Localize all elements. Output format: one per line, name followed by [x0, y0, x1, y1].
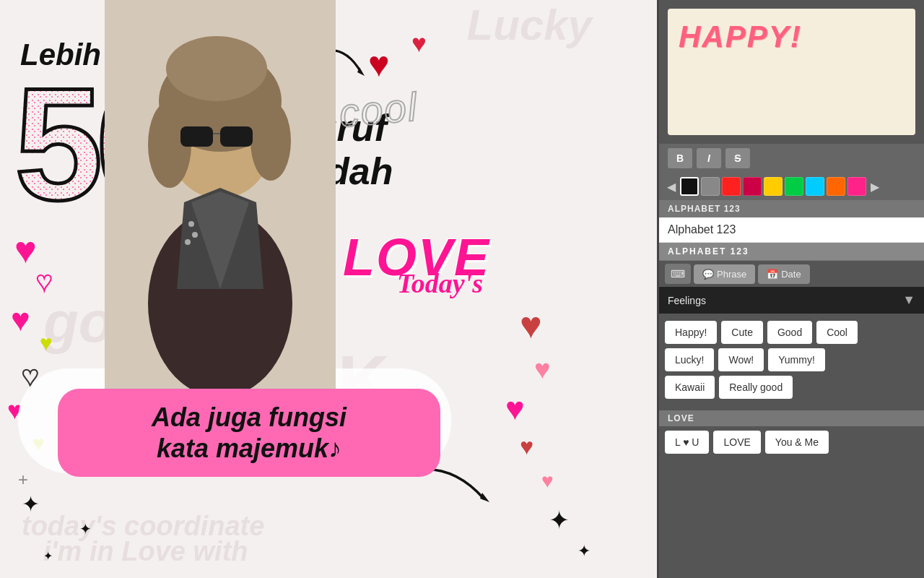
phrase-yummy-btn[interactable]: Yummy!: [768, 348, 825, 371]
main-container: Lucky good today's coordinate i'm in Lov…: [0, 0, 924, 578]
heart-right-5: ♥: [541, 470, 554, 493]
heart-right-1: ♥: [520, 303, 542, 347]
svg-rect-11: [220, 126, 253, 147]
svg-rect-10: [180, 126, 213, 147]
color-swatch-black[interactable]: [680, 177, 699, 196]
todays-text: Today's: [397, 267, 483, 299]
sparkle-6: ✦: [43, 549, 53, 563]
phrase-row-1: Happy! Cute Good Cool: [665, 321, 918, 344]
heart-top-2: ♥: [411, 29, 427, 58]
color-prev-arrow[interactable]: ◀: [665, 180, 678, 194]
inlove-watermark: i'm in Love with: [43, 536, 248, 567]
phrase-wow-btn[interactable]: Wow!: [718, 348, 764, 371]
phrase-cool-btn[interactable]: Cool: [816, 321, 858, 344]
preview-text: HAPPY!: [679, 20, 802, 54]
color-swatch-red[interactable]: [722, 177, 741, 196]
svg-point-9: [166, 36, 267, 101]
phrase-row-2: Lucky! Wow! Yummy!: [665, 348, 918, 371]
phrase-lucky-btn[interactable]: Lucky!: [665, 348, 714, 371]
tab-bar: ⌨ 💬 Phrase 📅 Date: [659, 261, 924, 287]
left-section: Lucky good today's coordinate i'm in Lov…: [0, 0, 592, 578]
dropdown-arrow-icon: ▼: [902, 293, 915, 308]
color-row: ◀ ▶: [659, 173, 924, 200]
phrase-good-btn[interactable]: Good: [767, 321, 812, 344]
alphabet-section-label: ALPHABET 123: [659, 200, 924, 217]
heart-right-2: ♥: [534, 354, 551, 385]
heart-deco-3: ♥: [11, 303, 30, 336]
alphabet-row-1[interactable]: Alphabet 123: [659, 217, 924, 243]
svg-point-8: [250, 101, 291, 181]
sparkle-8: ✦: [578, 542, 590, 561]
phrase-area: Happy! Cute Good Cool Lucky! Wow! Yummy!…: [659, 314, 924, 410]
format-toolbar: B I S: [659, 144, 924, 173]
phrase-tab[interactable]: 💬 Phrase: [694, 264, 755, 284]
svg-point-15: [188, 221, 194, 227]
bubble-bg: Ada juga fungsi kata majemuk♪: [58, 389, 440, 477]
italic-button[interactable]: I: [697, 148, 721, 168]
feelings-dropdown[interactable]: Feelings ▼: [659, 287, 924, 314]
feelings-label: Feelings: [668, 295, 706, 306]
keyboard-tab[interactable]: ⌨: [665, 264, 691, 284]
phrase-icon: 💬: [702, 269, 714, 280]
phrase-reallygood-btn[interactable]: Really good: [719, 376, 793, 399]
heart-deco-1: ♥: [14, 231, 37, 269]
bubble-text: Ada juga fungsi kata majemuk♪: [87, 402, 411, 464]
phrase-kawaii-btn[interactable]: Kawaii: [665, 376, 715, 399]
heart-deco-2: ♥: [36, 267, 53, 295]
color-swatch-orange[interactable]: [827, 177, 845, 196]
color-swatch-cyan[interactable]: [806, 177, 824, 196]
phrase-label: Phrase: [717, 269, 746, 280]
heart-deco-4: ♥: [40, 332, 53, 354]
phrase-cute-btn[interactable]: Cute: [721, 321, 763, 344]
lvu-btn[interactable]: L ♥ U: [665, 431, 709, 454]
sparkle-7: ✦: [549, 506, 570, 535]
lucky-watermark: Lucky: [467, 0, 592, 50]
bubble-container: Ada juga fungsi kata majemuk♪: [58, 389, 440, 477]
love-btn[interactable]: LOVE: [713, 431, 760, 454]
youandme-btn[interactable]: You & Me: [765, 431, 829, 454]
color-swatch-pink[interactable]: [847, 177, 866, 196]
svg-marker-1: [480, 493, 489, 502]
heart-right-3: ♥: [505, 390, 525, 428]
alphabet-row-2[interactable]: ALPHABET 123: [659, 243, 924, 261]
color-next-arrow[interactable]: ▶: [868, 180, 881, 194]
heart-right-4: ♥: [520, 434, 533, 460]
sparkle-5: ✦: [79, 520, 92, 538]
date-label: Date: [781, 269, 801, 280]
heart-top-1: ♥: [368, 43, 390, 85]
strikethrough-button[interactable]: S: [725, 148, 750, 168]
love-phrase-row: L ♥ U LOVE You & Me: [659, 426, 924, 458]
svg-point-17: [185, 239, 191, 245]
color-swatch-darkred[interactable]: [743, 177, 762, 196]
bold-button[interactable]: B: [668, 148, 692, 168]
sparkle-4: ✦: [22, 491, 40, 517]
right-panel: HAPPY! B I S ◀ ▶ ALPHABET 123 Alphabet 1…: [657, 0, 924, 578]
phrase-happy-btn[interactable]: Happy!: [665, 321, 717, 344]
svg-point-16: [192, 232, 198, 238]
phrase-row-3: Kawaii Really good: [665, 376, 918, 399]
color-swatch-gray[interactable]: [701, 177, 720, 196]
cool-text: cool: [337, 83, 419, 136]
color-swatch-yellow[interactable]: [764, 177, 783, 196]
date-tab[interactable]: 📅 Date: [758, 264, 809, 284]
date-icon: 📅: [767, 269, 778, 280]
cross-1: +: [18, 470, 28, 490]
preview-area[interactable]: HAPPY!: [668, 9, 915, 135]
person-photo: [105, 0, 336, 397]
love-section-label: LOVE: [659, 410, 924, 426]
color-swatch-green[interactable]: [785, 177, 803, 196]
